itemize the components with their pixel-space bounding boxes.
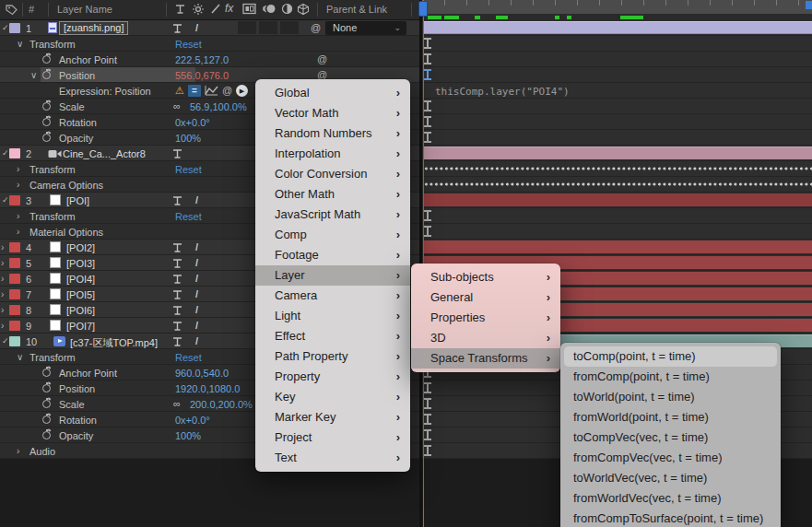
menu-item[interactable]: Sub-objects › <box>411 267 560 287</box>
layer-name[interactable]: [POI] <box>66 195 89 206</box>
quality-icon[interactable] <box>210 3 221 15</box>
twirl-closed-icon[interactable]: › <box>1 289 4 299</box>
expression-pickwhip-icon[interactable]: @ <box>222 85 232 96</box>
layer4-duration-bar[interactable] <box>423 240 812 253</box>
switch-cell[interactable] <box>280 21 299 34</box>
shy-switch[interactable] <box>171 335 183 348</box>
quality-switch[interactable]: / <box>195 194 198 205</box>
menu-item[interactable]: Project › <box>255 427 410 448</box>
parent-dropdown[interactable]: None⌄ <box>325 21 406 35</box>
motion-blur-icon[interactable] <box>263 3 277 15</box>
menu-item[interactable]: Comp › <box>255 225 410 245</box>
menu-item[interactable]: Global › <box>255 83 410 103</box>
rotation-value[interactable]: 0x+0.0° <box>175 117 210 128</box>
label-color-swatch[interactable] <box>9 321 20 331</box>
layer4-duration-row[interactable] <box>422 240 812 255</box>
menu-item[interactable]: Color Conversion › <box>255 164 410 184</box>
menu-item[interactable]: Space Transforms › <box>411 348 560 369</box>
column-layer-name[interactable]: Layer Name <box>57 4 112 15</box>
twirl-closed-icon[interactable]: › <box>1 274 4 284</box>
layer-name[interactable]: [zuanshi.png] <box>59 21 128 35</box>
label-color-swatch[interactable] <box>9 274 20 284</box>
menu-item[interactable]: fromCompToSurface(point, t = time) <box>560 509 781 527</box>
label-color-swatch[interactable] <box>9 336 20 346</box>
shy-switch[interactable] <box>171 241 183 254</box>
menu-item[interactable]: 3D › <box>411 328 560 348</box>
twirl-closed-icon[interactable]: › <box>17 180 19 190</box>
track-row[interactable] <box>422 67 812 83</box>
menu-item[interactable]: fromWorld(point, t = time) <box>560 407 781 427</box>
column-parent-link[interactable]: Parent & Link <box>326 4 387 15</box>
quality-switch[interactable]: / <box>195 320 198 331</box>
position-value[interactable]: 556.0,676.0 <box>175 70 229 81</box>
expression-enabled-icon[interactable]: = <box>188 85 201 97</box>
menu-item[interactable]: Key › <box>255 387 410 407</box>
stopwatch-icon[interactable] <box>42 431 51 439</box>
track-row[interactable] <box>422 114 812 130</box>
quality-switch[interactable]: / <box>195 273 198 284</box>
layer-name[interactable]: [POI7] <box>66 321 95 332</box>
opacity-value[interactable]: 100% <box>175 430 201 441</box>
menu-item[interactable]: Footage › <box>255 245 410 265</box>
layer1-duration-row[interactable] <box>422 20 812 36</box>
anchor-point-value[interactable]: 222.5,127.0 <box>175 54 229 65</box>
menu-item[interactable]: toWorldVec(vec, t = time) <box>560 468 781 488</box>
pickwhip-icon[interactable]: @ <box>317 53 327 64</box>
video-visible-icon[interactable]: ✓ <box>2 23 9 32</box>
menu-item[interactable]: toComp(point, t = time) <box>564 346 777 367</box>
menu-item[interactable]: toCompVec(vec, t = time) <box>560 427 781 448</box>
layer-name[interactable]: [c37-区域TOP.mp4] <box>70 336 158 350</box>
keyframes-row[interactable] <box>422 161 812 177</box>
twirl-closed-icon[interactable]: › <box>1 258 4 268</box>
keyframes-row[interactable] <box>422 177 812 193</box>
twirl-open-icon[interactable]: ∨ <box>17 39 23 49</box>
quality-switch[interactable]: / <box>195 335 198 346</box>
twirl-closed-icon[interactable]: › <box>17 446 19 456</box>
layer-row-1[interactable]: ✓ 1 [zuanshi.png] / @ None⌄ <box>0 20 419 36</box>
twirl-open-icon[interactable]: ∨ <box>17 352 23 362</box>
menu-item[interactable]: fromComp(point, t = time) <box>560 367 781 387</box>
track-row[interactable] <box>422 224 812 240</box>
3d-layer-icon[interactable] <box>297 3 310 16</box>
quality-switch[interactable]: / <box>195 257 198 268</box>
effects-fx-icon[interactable]: fx <box>225 2 233 15</box>
menu-item[interactable]: Properties › <box>411 308 560 328</box>
anchor-point-row[interactable]: Anchor Point 222.5,127.0 @ <box>0 52 419 67</box>
layer2-duration-bar[interactable] <box>423 146 812 159</box>
layer-name[interactable]: [POI6] <box>66 305 95 316</box>
shy-switch[interactable] <box>171 288 183 301</box>
menu-item[interactable]: General › <box>411 287 560 308</box>
layer-name[interactable]: [POI2] <box>66 242 95 253</box>
position-value[interactable]: 1920.0,1080.0 <box>175 383 240 394</box>
menu-item[interactable]: Effect › <box>255 326 410 346</box>
reset-link[interactable]: Reset <box>175 39 202 50</box>
shy-switch[interactable] <box>171 304 183 317</box>
menu-item[interactable]: fromCompVec(vec, t = time) <box>560 448 781 468</box>
label-color-swatch[interactable] <box>9 195 20 205</box>
video-visible-icon[interactable]: ✓ <box>2 148 9 158</box>
twirl-closed-icon[interactable]: › <box>1 242 4 252</box>
quality-switch[interactable]: / <box>195 241 198 252</box>
expression-language-menu-button[interactable]: ▶ <box>236 85 248 97</box>
menu-item[interactable]: toWorld(point, t = time) <box>560 387 781 407</box>
layer2-duration-row[interactable] <box>422 146 812 161</box>
label-color-swatch[interactable] <box>9 23 20 33</box>
track-row[interactable] <box>422 208 812 224</box>
comp-marker-button[interactable] <box>806 1 812 9</box>
menu-item[interactable]: Camera › <box>255 286 410 306</box>
quality-switch[interactable]: / <box>195 22 198 33</box>
label-color-icon[interactable] <box>6 4 18 16</box>
layer-name[interactable]: [POI3] <box>66 258 95 269</box>
track-row[interactable] <box>422 99 812 114</box>
reset-link[interactable]: Reset <box>175 352 202 363</box>
track-row[interactable] <box>422 52 812 67</box>
stopwatch-icon[interactable] <box>42 384 51 392</box>
layer-name[interactable]: [POI4] <box>66 274 95 285</box>
transform-group-row[interactable]: ∨ Transform Reset <box>0 36 419 52</box>
stopwatch-icon[interactable] <box>42 71 51 79</box>
parent-pickwhip-icon[interactable]: @ <box>311 22 321 33</box>
label-color-swatch[interactable] <box>9 148 20 158</box>
layer3-duration-row[interactable] <box>422 193 812 208</box>
shy-switch[interactable] <box>171 257 183 270</box>
expression-text[interactable]: thisComp.layer("POI4") <box>435 86 570 98</box>
